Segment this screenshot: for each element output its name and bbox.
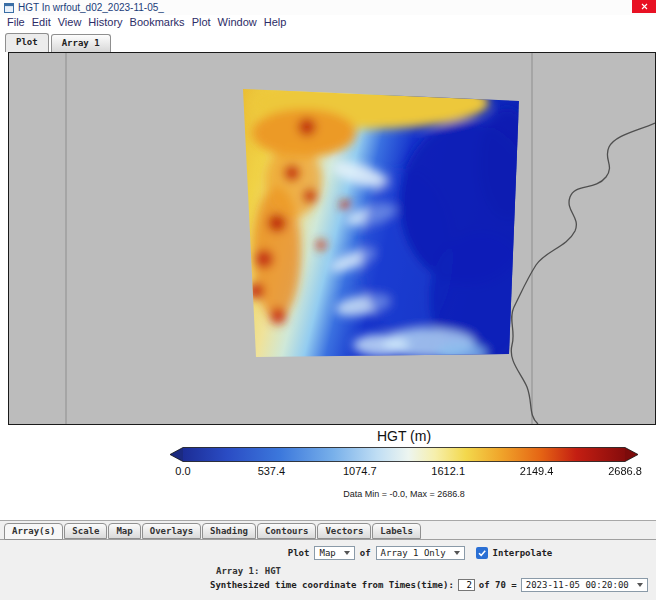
app-icon	[4, 3, 14, 13]
array-scope-value: Array 1 Only	[381, 548, 446, 558]
menu-bar: File Edit View History Bookmarks Plot Wi…	[0, 15, 656, 29]
colorbar-left-arrow	[170, 448, 183, 462]
panel-tab-contours[interactable]: Contours	[257, 523, 316, 539]
colorbar-right-arrow	[625, 448, 638, 462]
array-info: Array 1: HGT	[216, 566, 281, 576]
colorbar-tick: 2686.8	[608, 465, 642, 477]
panel-tab-map[interactable]: Map	[108, 523, 140, 539]
tab-array-1[interactable]: Array 1	[51, 34, 111, 52]
panel-tab-overlays[interactable]: Overlays	[142, 523, 201, 539]
plot-type-label: Plot	[288, 548, 310, 558]
panel-tab-bar: Array(s) Scale Map Overlays Shading Cont…	[4, 523, 421, 539]
panel-tab-divider	[0, 539, 656, 540]
panel-tab-vectors[interactable]: Vectors	[317, 523, 371, 539]
menu-item-edit[interactable]: Edit	[29, 16, 54, 28]
panoply-window: HGT In wrfout_d02_2023-11-05_ File Edit …	[0, 0, 656, 600]
view-tab-bar: Plot Array 1	[0, 29, 656, 52]
map-plot	[9, 53, 655, 424]
control-panel: Array(s) Scale Map Overlays Shading Cont…	[0, 520, 656, 600]
plot-type-value: Map	[319, 548, 335, 558]
colorbar-tick: 1612.1	[431, 465, 465, 477]
coastline	[511, 123, 655, 424]
menu-item-view[interactable]: View	[55, 16, 85, 28]
colorbar	[168, 446, 640, 463]
colorbar-tick: 0.0	[175, 465, 190, 477]
menu-item-window[interactable]: Window	[215, 16, 260, 28]
panel-tab-arrays[interactable]: Array(s)	[4, 523, 63, 540]
menu-item-file[interactable]: File	[4, 16, 28, 28]
panel-tab-scale[interactable]: Scale	[64, 523, 107, 539]
colorbar-tick: 1074.7	[343, 465, 377, 477]
array-scope-select[interactable]: Array 1 Only	[376, 546, 465, 560]
colorbar-tick: 537.4	[258, 465, 286, 477]
time-coord-label: Synthesized time coordinate from Times(t…	[210, 580, 454, 590]
close-icon	[641, 3, 648, 10]
menu-item-history[interactable]: History	[85, 16, 125, 28]
time-count-label: of 70 =	[479, 580, 517, 590]
of-label: of	[360, 548, 371, 558]
menu-item-bookmarks[interactable]: Bookmarks	[127, 16, 188, 28]
title-bar: HGT In wrfout_d02_2023-11-05_	[0, 0, 656, 15]
menu-item-plot[interactable]: Plot	[189, 16, 214, 28]
chevron-down-icon	[637, 583, 643, 587]
chevron-down-icon	[344, 551, 350, 555]
panel-tab-labels[interactable]: Labels	[372, 523, 421, 539]
legend-area: HGT (m)	[0, 425, 656, 520]
close-button[interactable]	[632, 0, 656, 13]
plot-canvas	[8, 52, 656, 425]
time-select[interactable]: 2023-11-05 00:20:00	[521, 578, 648, 592]
plot-type-select[interactable]: Map	[314, 546, 354, 560]
interpolate-label: Interpolate	[493, 548, 553, 558]
plot-controls-row: Plot Map of Array 1 Only Interpolate	[92, 546, 656, 560]
chevron-down-icon	[454, 551, 460, 555]
time-row: Synthesized time coordinate from Times(t…	[210, 578, 648, 592]
colorbar-ticks: 0.0 537.4 1074.7 1612.1 2149.4 2686.8	[168, 465, 640, 478]
check-icon	[477, 548, 487, 558]
plot-stats: Data Min = -0.0, Max = 2686.8	[343, 489, 465, 499]
tab-plot[interactable]: Plot	[5, 33, 49, 52]
colorbar-gradient	[168, 446, 640, 463]
colorbar-tick: 2149.4	[520, 465, 554, 477]
terrain-map	[234, 77, 535, 366]
menu-item-help[interactable]: Help	[261, 16, 290, 28]
window-title: HGT In wrfout_d02_2023-11-05_	[18, 2, 164, 13]
time-index-input[interactable]	[458, 579, 475, 591]
interpolate-checkbox[interactable]	[476, 547, 488, 559]
colorbar-title: HGT (m)	[377, 428, 431, 444]
time-value: 2023-11-05 00:20:00	[526, 580, 629, 590]
panel-tab-shading[interactable]: Shading	[202, 523, 256, 539]
